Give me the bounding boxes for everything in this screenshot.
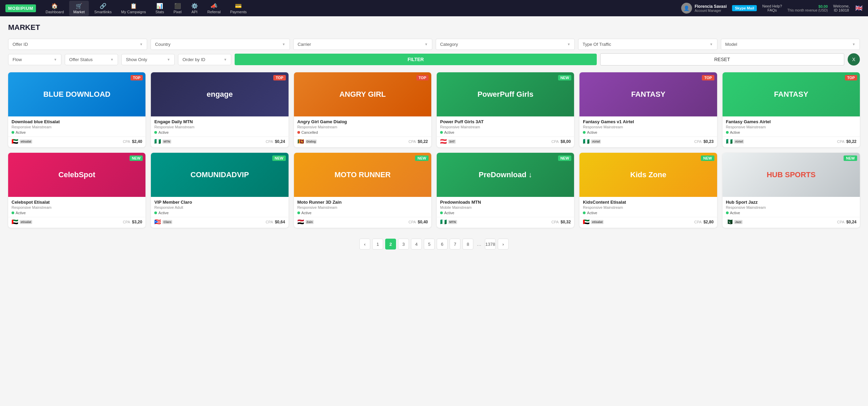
offer-card-offer-12[interactable]: HUB SPORTS NEW Hub Sport Jazz Responsive… xyxy=(723,153,860,228)
offer-type: Responsive Mainstream xyxy=(726,205,856,209)
cpa-value: $2,40 xyxy=(132,139,142,144)
filter-category[interactable]: Category▼ xyxy=(436,39,575,50)
offer-flags: 🇦🇪 etisalat xyxy=(12,138,32,145)
offer-card-offer-7[interactable]: CelebSpot NEW Celebspot Etisalat Respons… xyxy=(8,153,145,228)
offer-flags: 🇳🇬 MTN xyxy=(154,138,171,145)
filter-show-only[interactable]: Show Only▼ xyxy=(121,54,175,65)
page-button-2[interactable]: 2 xyxy=(385,239,396,250)
market-icon: 🛒 xyxy=(76,3,82,9)
filter-button[interactable]: FILTER xyxy=(235,54,596,65)
filter-country[interactable]: Country▼ xyxy=(151,39,290,50)
page-button-3[interactable]: 3 xyxy=(398,239,409,250)
offer-image: Kids Zone xyxy=(579,153,717,197)
offer-name: Engage Daily MTN xyxy=(154,119,285,124)
offer-cpa: CPA $0,32 xyxy=(551,220,571,224)
need-help[interactable]: Need Help? FAQs xyxy=(762,4,782,12)
offer-card-offer-1[interactable]: BLUE DOWNLOAD TOP Download blue Etisalat… xyxy=(8,72,145,147)
offer-image: COMUNIDADVIP xyxy=(151,153,288,197)
nav-item-stats[interactable]: 📊Stats xyxy=(152,1,168,16)
excel-icon: X xyxy=(852,57,855,62)
carrier-logo: etisalat xyxy=(591,220,604,224)
offer-flags: 🇳🇬 Airtel xyxy=(583,138,601,145)
my-campaigns-icon: 📋 xyxy=(130,3,137,9)
offer-card-offer-6[interactable]: FANTASY TOP Fantasy Games Airtel Respons… xyxy=(723,72,860,147)
offer-image-wrap: Kids Zone NEW xyxy=(579,153,717,197)
offer-status: Active xyxy=(726,211,856,215)
page-button-4[interactable]: 4 xyxy=(411,239,422,250)
offer-card-offer-8[interactable]: COMUNIDADVIP NEW VIP Member Claro Respon… xyxy=(151,153,288,228)
carrier-logo: MTN xyxy=(162,140,171,144)
status-label: Active xyxy=(158,130,169,134)
nav-item-dashboard[interactable]: 🏠Dashboard xyxy=(41,1,68,16)
page-button-5[interactable]: 5 xyxy=(424,239,435,250)
nav-item-my-campaigns[interactable]: 📋My Campaigns xyxy=(117,1,150,16)
nav-item-api[interactable]: ⚙️API xyxy=(187,1,202,16)
offer-footer: 🇦🇪 etisalat CPA $3,20 xyxy=(8,217,145,228)
country-flag[interactable]: 🇬🇧 xyxy=(855,4,863,12)
filter-type-of-traffic[interactable]: Type Of Traffic▼ xyxy=(578,39,717,50)
offer-card-offer-3[interactable]: ANGRY GIRL TOP Angry Girl Game Dialog Re… xyxy=(294,72,431,147)
offer-info: Predownloads MTN Mobile Mainstream Activ… xyxy=(437,197,574,217)
offer-card-offer-9[interactable]: MOTO RUNNER NEW Moto Runner 3D Zain Resp… xyxy=(294,153,431,228)
skype-button[interactable]: Skype Mail xyxy=(732,5,757,11)
status-label: Active xyxy=(587,130,597,134)
country-flag: 🇦🇪 xyxy=(12,138,18,145)
country-flag: 🇳🇬 xyxy=(154,138,161,145)
offer-info: Fantasy Games v1 Airtel Responsive Mains… xyxy=(579,116,717,136)
status-label: Active xyxy=(730,130,740,134)
nav-item-referral[interactable]: 📣Referral xyxy=(203,1,225,16)
revenue-label: This month revenue (USD) xyxy=(787,8,828,12)
country-flag: 🇳🇬 xyxy=(583,138,590,145)
next-page-button[interactable]: › xyxy=(498,239,509,250)
chevron-down-icon: ▼ xyxy=(167,58,170,61)
offer-footer: 🇦🇹 3AT CPA $8,00 xyxy=(437,136,574,147)
nav-item-payments[interactable]: 💳Payments xyxy=(226,1,251,16)
offer-type: Responsive Mainstream xyxy=(297,205,428,209)
offer-image-wrap: ANGRY GIRL TOP xyxy=(294,72,431,116)
nav-label-smartlinks: Smartlinks xyxy=(94,10,112,14)
nav-label-referral: Referral xyxy=(208,10,221,14)
filter-model[interactable]: Model▼ xyxy=(721,39,860,50)
page-button-7[interactable]: 7 xyxy=(450,239,460,250)
page-button-1[interactable]: 1 xyxy=(372,239,383,250)
country-flag: 🇦🇪 xyxy=(583,219,590,225)
offer-type: Responsive Mainstream xyxy=(440,125,571,129)
carrier-logo: MTN xyxy=(448,220,457,224)
offer-image-wrap: HUB SPORTS NEW xyxy=(723,153,860,197)
offer-card-offer-5[interactable]: FANTASY TOP Fantasy Games v1 Airtel Resp… xyxy=(579,72,717,147)
page-button-6[interactable]: 6 xyxy=(437,239,448,250)
cpa-value: $0,24 xyxy=(846,220,856,224)
offer-image: BLUE DOWNLOAD xyxy=(8,72,145,116)
nav-item-smartlinks[interactable]: 🔗Smartlinks xyxy=(90,1,116,16)
brand-logo[interactable]: MOBIPIUM xyxy=(5,4,36,12)
offer-card-offer-4[interactable]: PowerPuff Girls NEW Power Puff Girls 3AT… xyxy=(437,72,574,147)
offer-image-wrap: PowerPuff Girls NEW xyxy=(437,72,574,116)
filter-offer-status[interactable]: Offer Status▼ xyxy=(65,54,118,65)
revenue-info: $0.00 This month revenue (USD) xyxy=(787,4,828,12)
status-dot xyxy=(297,211,300,214)
offer-info: Power Puff Girls 3AT Responsive Mainstre… xyxy=(437,116,574,136)
cpa-label: CPA xyxy=(694,220,702,224)
cpa-label: CPA xyxy=(409,220,416,224)
cpa-label: CPA xyxy=(694,140,702,144)
filter-carrier[interactable]: Carrier▼ xyxy=(293,39,432,50)
reset-button[interactable]: RESET xyxy=(600,53,844,66)
filter-flow[interactable]: Flow▼ xyxy=(8,54,61,65)
offer-name: Fantasy Games Airtel xyxy=(726,119,856,124)
offer-card-offer-10[interactable]: PreDownload ↓ NEW Predownloads MTN Mobil… xyxy=(437,153,574,228)
filter-offer-id[interactable]: Offer ID▼ xyxy=(8,39,147,50)
prev-page-button[interactable]: ‹ xyxy=(359,239,370,250)
filter-label-category: Category xyxy=(440,42,458,47)
nav-item-market[interactable]: 🛒Market xyxy=(69,1,89,16)
filter-order-by-id[interactable]: Order by ID▼ xyxy=(178,54,231,65)
offer-type: Responsive Mainstream xyxy=(154,125,285,129)
dashboard-icon: 🏠 xyxy=(51,3,58,9)
nav-item-pixel[interactable]: ⬛Pixel xyxy=(170,1,186,16)
page-button-last[interactable]: 1378 xyxy=(485,239,496,250)
offer-badge: NEW xyxy=(844,155,857,161)
page-button-8[interactable]: 8 xyxy=(462,239,473,250)
offer-card-offer-11[interactable]: Kids Zone NEW KidsContent Etisalat Respo… xyxy=(579,153,717,228)
excel-export-button[interactable]: X xyxy=(848,53,860,66)
offer-card-offer-2[interactable]: engage TOP Engage Daily MTN Responsive M… xyxy=(151,72,288,147)
offer-image-wrap: engage TOP xyxy=(151,72,288,116)
